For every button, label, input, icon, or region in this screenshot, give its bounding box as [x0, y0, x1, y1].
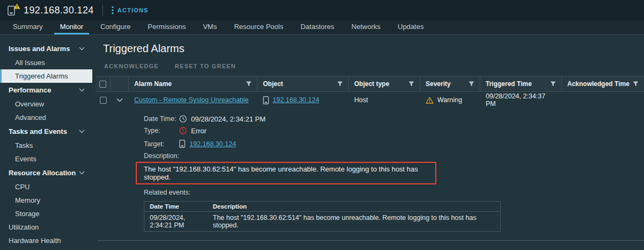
- sidebar-item-advanced[interactable]: Advanced: [0, 111, 92, 124]
- sidebar-group-label: Tasks and Events: [9, 127, 67, 135]
- column-header-acknowledged-time: Acknowledged Time: [562, 76, 644, 91]
- sidebar-group-performance[interactable]: Performance: [0, 83, 92, 97]
- column-header-object-type: Object type: [349, 76, 420, 91]
- alarm-toolbar: ACKNOWLEDGE RESET TO GREEN: [104, 63, 644, 69]
- object-link[interactable]: 192.168.30.124: [273, 96, 319, 104]
- tab-permissions[interactable]: Permissions: [142, 20, 192, 34]
- sidebar-item-tasks[interactable]: Tasks: [0, 139, 92, 152]
- sidebar-item-triggered-alarms[interactable]: Triggered Alarms: [0, 69, 92, 83]
- severity-cell: Warning: [420, 96, 480, 104]
- alarm-detail-panel: Date Time: 09/28/2024, 2:34:21 PM Type: …: [144, 115, 644, 232]
- monitor-sidebar: Issues and Alarms All Issues Triggered A…: [0, 35, 92, 250]
- related-col-date-time: Date Time: [144, 202, 208, 212]
- alarms-grid: Alarm Name Object Object type Severity T…: [96, 76, 644, 241]
- column-header-triggered-time: Triggered Time: [480, 76, 562, 91]
- alarm-row: Custom - Remote Syslog Unreachable 192.1…: [96, 92, 644, 108]
- related-event-date-time: 09/28/2024, 2:34:21 PM: [144, 212, 208, 232]
- sidebar-item-overview[interactable]: Overview: [0, 97, 92, 111]
- description-label: Description:: [144, 152, 179, 160]
- column-label: Object type: [354, 80, 389, 88]
- sidebar-group-issues-and-alarms[interactable]: Issues and Alarms: [0, 41, 92, 56]
- object-title: 192.168.30.124: [24, 5, 94, 16]
- clock-icon: [179, 115, 187, 123]
- grid-header-row: Alarm Name Object Object type Severity T…: [96, 76, 644, 92]
- target-link[interactable]: 192.168.30.124: [189, 140, 236, 148]
- object-type-cell: Host: [349, 96, 420, 104]
- sidebar-item-memory[interactable]: Memory: [0, 194, 92, 207]
- severity-label: Warning: [437, 96, 462, 104]
- alarm-name-link[interactable]: Custom - Remote Syslog Unreachable: [134, 96, 248, 104]
- date-time-label: Date Time:: [144, 115, 179, 123]
- chevron-down-icon: [79, 88, 85, 92]
- acknowledge-button[interactable]: ACKNOWLEDGE: [104, 63, 159, 69]
- host-icon: [263, 96, 269, 104]
- sidebar-item-events[interactable]: Events: [0, 152, 92, 166]
- sidebar-group-label: Performance: [9, 86, 51, 94]
- column-header-alarm-name: Alarm Name: [129, 76, 258, 91]
- date-time-value: 09/28/2024, 2:34:21 PM: [191, 115, 266, 123]
- sidebar-group-resource-allocation[interactable]: Resource Allocation: [0, 166, 92, 180]
- related-events-header-row: Date Time Description: [144, 202, 501, 212]
- object-header-bar: 192.168.30.124 ACTIONS: [0, 0, 644, 20]
- type-value: Error: [191, 127, 207, 135]
- filter-icon[interactable]: [408, 81, 414, 87]
- sidebar-item-cpu[interactable]: CPU: [0, 180, 92, 194]
- host-icon: [179, 140, 185, 148]
- filter-icon[interactable]: [633, 81, 639, 87]
- triggered-alarms-panel: Triggered Alarms ACKNOWLEDGE RESET TO GR…: [92, 35, 644, 250]
- tab-summary[interactable]: Summary: [7, 20, 49, 34]
- tab-vms[interactable]: VMs: [197, 20, 223, 34]
- chevron-down-icon: [79, 47, 85, 51]
- row-expander-chevron-down-icon[interactable]: [116, 98, 123, 102]
- actions-label: ACTIONS: [118, 7, 149, 13]
- host-warning-badge: [13, 3, 20, 9]
- object-tabbar: Summary Monitor Configure Permissions VM…: [0, 20, 644, 35]
- page-title: Triggered Alarms: [103, 42, 644, 55]
- column-label: Object: [263, 80, 283, 88]
- description-highlight-box: The host "192.168.30.62:514" has become …: [136, 162, 436, 184]
- sidebar-group-label: Resource Allocation: [9, 169, 76, 177]
- related-events-table: Date Time Description 09/28/2024, 2:34:2…: [144, 201, 501, 232]
- related-col-description: Description: [208, 202, 501, 212]
- sidebar-group-label: Issues and Alarms: [9, 45, 70, 53]
- related-event-description: The host "192.168.30.62:514" has become …: [208, 212, 501, 232]
- sidebar-item-utilization[interactable]: Utilization: [0, 220, 92, 234]
- related-event-row: 09/28/2024, 2:34:21 PM The host "192.168…: [144, 212, 501, 232]
- reset-to-green-button[interactable]: RESET TO GREEN: [175, 63, 236, 69]
- filter-icon[interactable]: [337, 81, 343, 87]
- sidebar-item-skyline-health[interactable]: Skyline Health: [0, 247, 92, 250]
- sidebar-item-all-issues[interactable]: All Issues: [0, 56, 92, 69]
- triggered-time-cell: 09/28/2024, 2:34:37 PM: [480, 92, 562, 108]
- tab-monitor[interactable]: Monitor: [54, 20, 89, 34]
- sidebar-group-tasks-and-events[interactable]: Tasks and Events: [0, 124, 92, 139]
- chevron-down-icon: [79, 130, 85, 133]
- column-label: Triggered Time: [486, 80, 532, 88]
- header-divider: [103, 5, 103, 16]
- tab-resource-pools[interactable]: Resource Pools: [228, 20, 289, 34]
- grid-bottom-divider: [97, 240, 644, 241]
- tab-networks[interactable]: Networks: [346, 20, 386, 34]
- type-label: Type:: [144, 126, 179, 135]
- filter-icon[interactable]: [550, 81, 556, 87]
- tab-datastores[interactable]: Datastores: [295, 20, 340, 34]
- warning-icon: [426, 97, 434, 104]
- column-label: Severity: [426, 80, 451, 88]
- tab-updates[interactable]: Updates: [392, 20, 429, 34]
- expander-header-cell: [111, 76, 129, 91]
- column-label: Alarm Name: [134, 80, 172, 88]
- column-label: Acknowledged Time: [567, 80, 630, 88]
- sidebar-item-hardware-health[interactable]: Hardware Health: [0, 234, 92, 247]
- column-header-object: Object: [258, 76, 349, 91]
- host-icon: [8, 4, 18, 16]
- select-all-checkbox[interactable]: [99, 81, 106, 88]
- related-events-label: Related events:: [144, 188, 191, 197]
- sidebar-item-storage[interactable]: Storage: [0, 207, 92, 220]
- filter-icon[interactable]: [469, 81, 474, 87]
- column-header-severity: Severity: [420, 76, 480, 91]
- filter-icon[interactable]: [246, 81, 252, 87]
- actions-button[interactable]: ACTIONS: [112, 6, 149, 15]
- row-checkbox[interactable]: [100, 97, 107, 104]
- tab-configure[interactable]: Configure: [94, 20, 136, 34]
- error-icon: [179, 127, 187, 134]
- actions-menu-icon: [112, 6, 114, 15]
